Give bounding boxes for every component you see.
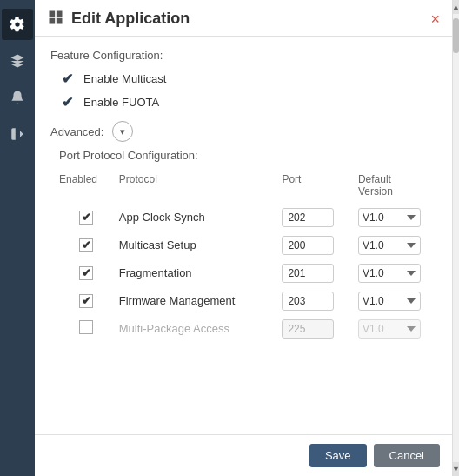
table-row: ✔Firmware ManagementV1.0V2.0V3.0 xyxy=(59,287,445,315)
advanced-row: Advanced: ▾ xyxy=(50,121,436,142)
protocol-enabled-cell xyxy=(59,315,119,343)
port-input-2[interactable] xyxy=(282,236,334,255)
title-bar: Edit Application × xyxy=(35,0,452,37)
page-title: Edit Application xyxy=(71,10,190,28)
port-input-5 xyxy=(282,319,334,339)
protocol-version-cell-3: V1.0V2.0V3.0 xyxy=(358,259,445,287)
table-row: ✔App Clock SynchV1.0V2.0V3.0 xyxy=(59,204,445,231)
protocol-port-cell-5 xyxy=(282,315,358,343)
version-select-1[interactable]: V1.0V2.0V3.0 xyxy=(358,208,421,227)
fuota-check[interactable]: ✔ xyxy=(59,94,75,111)
protocol-name-5: Multi-Package Access xyxy=(119,315,283,343)
th-protocol: Protocol xyxy=(119,171,283,204)
multicast-check[interactable]: ✔ xyxy=(59,70,75,87)
protocol-checkbox-1[interactable]: ✔ xyxy=(79,211,93,225)
protocol-port-cell-3 xyxy=(282,259,358,287)
port-protocol-label: Port Protocol Configuration: xyxy=(59,149,436,162)
multicast-label: Enable Multicast xyxy=(83,72,166,85)
protocol-table: Enabled Protocol Port DefaultVersion ✔Ap… xyxy=(59,171,445,343)
sidebar-item-bell[interactable] xyxy=(2,82,33,113)
version-select-2[interactable]: V1.0V2.0V3.0 xyxy=(358,236,421,255)
port-input-4[interactable] xyxy=(282,292,334,311)
main-panel: Edit Application × Feature Configuration… xyxy=(35,0,452,476)
protocol-checkbox-5[interactable] xyxy=(79,320,93,334)
advanced-label: Advanced: xyxy=(50,125,103,138)
table-row: ✔FragmentationV1.0V2.0V3.0 xyxy=(59,259,445,287)
protocol-checkbox-2[interactable]: ✔ xyxy=(79,238,93,252)
protocol-version-cell-2: V1.0V2.0V3.0 xyxy=(358,231,445,259)
protocol-name-2: Multicast Setup xyxy=(119,231,283,259)
protocol-checkbox-3[interactable]: ✔ xyxy=(79,266,93,280)
scrollbar[interactable]: ▲ ▼ xyxy=(452,0,459,476)
protocol-name-4: Firmware Management xyxy=(119,287,283,315)
advanced-toggle[interactable]: ▾ xyxy=(112,121,133,142)
bell-icon xyxy=(10,90,25,105)
protocol-version-cell-5: V1.0V2.0V3.0 xyxy=(358,315,445,343)
protocol-version-cell-4: V1.0V2.0V3.0 xyxy=(358,287,445,315)
port-input-3[interactable] xyxy=(282,264,334,283)
enable-fuota-row: ✔ Enable FUOTA xyxy=(59,94,436,111)
close-button[interactable]: × xyxy=(430,11,440,27)
protocol-name-3: Fragmentation xyxy=(119,259,283,287)
logout-icon xyxy=(10,126,25,142)
version-select-3[interactable]: V1.0V2.0V3.0 xyxy=(358,264,421,283)
protocol-enabled-cell: ✔ xyxy=(59,204,119,231)
protocol-version-cell-1: V1.0V2.0V3.0 xyxy=(358,204,445,231)
window: Edit Application × Feature Configuration… xyxy=(0,0,459,476)
feature-config-label: Feature Configuration: xyxy=(50,49,436,62)
protocol-enabled-cell: ✔ xyxy=(59,287,119,315)
protocol-name-1: App Clock Synch xyxy=(119,204,283,231)
version-select-4[interactable]: V1.0V2.0V3.0 xyxy=(358,292,421,311)
scrollbar-thumb[interactable] xyxy=(453,18,459,53)
port-input-1[interactable] xyxy=(282,208,334,227)
cancel-button[interactable]: Cancel xyxy=(374,444,440,467)
table-row: ✔Multicast SetupV1.0V2.0V3.0 xyxy=(59,231,445,259)
enable-multicast-row: ✔ Enable Multicast xyxy=(59,70,436,87)
app-icon xyxy=(47,9,64,29)
scrollbar-area xyxy=(453,14,459,462)
scroll-down[interactable]: ▼ xyxy=(453,462,459,476)
th-enabled: Enabled xyxy=(59,171,119,204)
sidebar xyxy=(0,0,35,476)
th-port: Port xyxy=(282,171,358,204)
title-left: Edit Application xyxy=(47,9,190,29)
layers-icon xyxy=(10,53,25,69)
sidebar-item-gear[interactable] xyxy=(2,9,33,40)
version-select-5: V1.0V2.0V3.0 xyxy=(358,319,421,339)
gear-icon xyxy=(10,17,25,32)
protocol-port-cell-1 xyxy=(282,204,358,231)
table-row: Multi-Package AccessV1.0V2.0V3.0 xyxy=(59,315,445,343)
sidebar-item-logout[interactable] xyxy=(2,118,33,150)
th-version: DefaultVersion xyxy=(358,171,445,204)
content-area: Feature Configuration: ✔ Enable Multicas… xyxy=(35,37,452,434)
protocol-checkbox-4[interactable]: ✔ xyxy=(79,294,93,308)
protocol-enabled-cell: ✔ xyxy=(59,259,119,287)
fuota-label: Enable FUOTA xyxy=(83,96,159,109)
protocol-enabled-cell: ✔ xyxy=(59,231,119,259)
footer: Save Cancel xyxy=(35,434,452,476)
sidebar-item-layers[interactable] xyxy=(2,45,33,77)
protocol-port-cell-4 xyxy=(282,287,358,315)
save-button[interactable]: Save xyxy=(309,444,367,467)
protocol-port-cell-2 xyxy=(282,231,358,259)
scroll-up[interactable]: ▲ xyxy=(453,0,459,14)
